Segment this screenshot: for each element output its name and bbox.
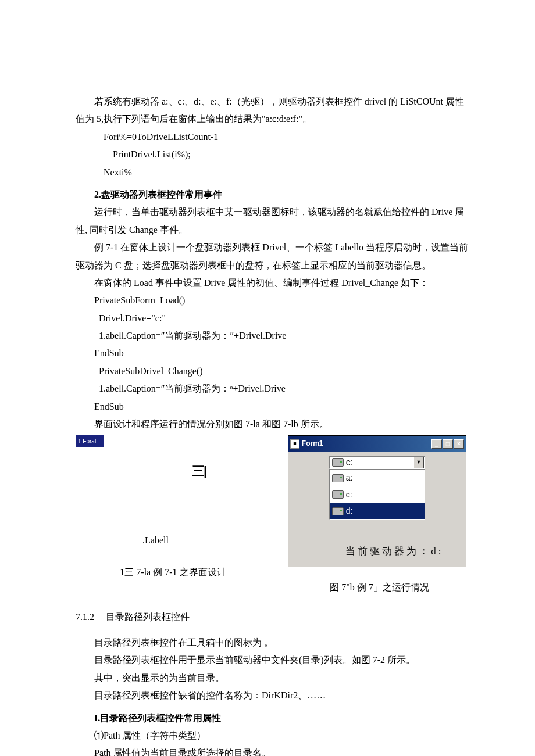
drive-list-dropdown[interactable]: a: c: d: <box>329 469 425 520</box>
paragraph: 其中，突出显示的为当前目录。 <box>76 669 471 687</box>
status-label: 当前驱动器为：d: <box>329 542 460 561</box>
drive-selected: c: <box>346 454 353 471</box>
paragraph: 例 7-1 在窗体上设计一个盘驱动器列表框 Drivel、一个标签 Labell… <box>76 239 471 274</box>
code-line: PrivateSubDrivel_Change() <box>76 363 471 380</box>
drive-label: c: <box>346 487 352 503</box>
heading: I.目录路径列表框控件常用属性 <box>76 710 471 727</box>
code-line: Fori%=0ToDriveLListCount-1 <box>76 128 471 146</box>
drive-combobox[interactable]: c: ▼ <box>329 456 425 469</box>
figure-caption: 1三 7-la 例 7-1 之界面设计 <box>76 564 270 581</box>
drive-option-a[interactable]: a: <box>330 470 425 486</box>
paragraph: 在窗体的 Load 事件中设置 Drive 属性的初值、编制事件过程 Drive… <box>76 274 471 292</box>
figure-row: 1 Foral 三| .Labell 1三 7-la 例 7-1 之界面设计 ■… <box>76 435 471 596</box>
code-line: EndSub <box>76 398 471 415</box>
paragraph: Path 属性值为当前目录或所选择的目录名。 <box>76 744 471 756</box>
drive-icon <box>332 474 344 482</box>
drive-label: a: <box>346 470 353 486</box>
code-line: PrivateSubForm_Load() <box>76 292 471 309</box>
heading: 2.盘驱动器列表框控件常用事件 <box>76 186 471 203</box>
chevron-down-icon[interactable]: ▼ <box>413 457 424 468</box>
drive-label: d: <box>346 503 353 519</box>
code-line: 1.abell.Caption=″当前驱动器为：″+Drivel.Drive <box>76 327 471 345</box>
figure-runtime: ■ Form1 _ □ × c: ▼ <box>288 435 471 596</box>
maximize-button[interactable]: □ <box>443 439 453 449</box>
code-line: 1.abell.Caption=″当前驱动器为：ⁿ+Drivel.Drive <box>76 380 471 397</box>
subsection-heading: 7.1.2 目录路径列表框控件 <box>76 608 471 626</box>
drive-option-c[interactable]: c: <box>330 486 425 503</box>
drive-icon <box>332 458 344 467</box>
window-titlebar: 1 Foral <box>76 435 104 447</box>
close-button[interactable]: × <box>454 439 464 449</box>
code-line: PrintDrivel.List(i%); <box>76 146 471 163</box>
window-title: Form1 <box>302 437 323 450</box>
form-icon: ■ <box>290 439 299 449</box>
drive-listbox-icon: 三| <box>192 459 206 483</box>
minimize-button[interactable]: _ <box>431 439 442 449</box>
drive-option-d[interactable]: d: <box>330 503 425 519</box>
document-page: 若系统有驱动器 a:、c:、d:、e:、f:（光驱），则驱动器列表框控件 dri… <box>0 0 535 756</box>
paragraph: 目录路径列表框控件在工具箱中的图标为 。 <box>76 634 471 651</box>
figure-caption: 图 7"b 例 7」之运行情况 <box>288 579 471 596</box>
paragraph: 界面设计和程序运行的情况分别如图 7-la 和图 7-lb 所示。 <box>76 415 471 433</box>
code-line: Nexti% <box>76 164 471 181</box>
drive-icon <box>332 507 344 515</box>
paragraph: 运行时，当单击驱动器列表框中某一驱动器图标时，该驱动器的名就赋值给控件的 Dri… <box>76 203 471 239</box>
code-line: Drivel.Drive="c:" <box>76 310 471 327</box>
paragraph: 目录路径列表框控件缺省的控件名称为：DirKDir2、…… <box>76 687 471 704</box>
section-number: 7.1.2 <box>76 608 94 626</box>
paragraph: 目录路径列表框控件用于显示当前驱动器中文件夹(目录)列表。如图 7-2 所示。 <box>76 651 471 669</box>
window-titlebar: ■ Form1 _ □ × <box>288 436 466 452</box>
figure-design: 1 Foral 三| .Labell 1三 7-la 例 7-1 之界面设计 <box>76 435 270 596</box>
paragraph: ⑴Path 属性（字符串类型） <box>76 727 471 744</box>
drive-icon <box>332 490 344 499</box>
paragraph: 若系统有驱动器 a:、c:、d:、e:、f:（光驱），则驱动器列表框控件 dri… <box>76 93 471 128</box>
code-line: EndSub <box>76 345 471 362</box>
section-title: 目录路径列表框控件 <box>106 608 190 626</box>
label-control: .Labell <box>142 532 169 549</box>
vb-window: ■ Form1 _ □ × c: ▼ <box>288 435 466 567</box>
